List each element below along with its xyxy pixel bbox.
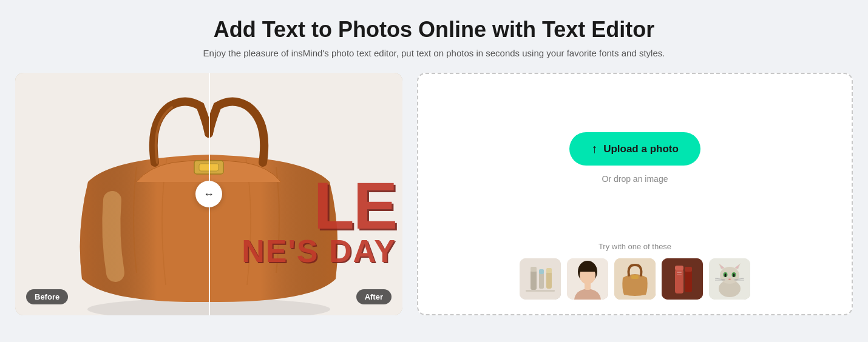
sample-thumb-cat[interactable] (709, 258, 750, 300)
sale-text-line2: NE'S DAY (242, 235, 396, 267)
upload-panel[interactable]: ↑ Upload a photo Or drop an image Try wi… (417, 73, 853, 315)
svg-rect-24 (685, 267, 692, 272)
page-title: Add Text to Photos Online with Text Edit… (203, 17, 665, 42)
sample-thumb-cosmetics[interactable] (520, 258, 561, 300)
page-subtitle: Enjoy the pleasure of insMind's photo te… (203, 48, 665, 58)
svg-rect-11 (526, 290, 555, 292)
before-badge: Before (26, 289, 68, 304)
upload-center: ↑ Upload a photo Or drop an image (569, 74, 700, 242)
svg-rect-8 (539, 269, 544, 274)
header-section: Add Text to Photos Online with Text Edit… (203, 17, 665, 58)
svg-rect-22 (677, 274, 682, 275)
svg-rect-23 (685, 270, 692, 292)
drop-label: Or drop an image (602, 174, 668, 184)
resize-icon: ↔ (203, 188, 214, 201)
svg-rect-6 (531, 267, 537, 272)
svg-rect-20 (675, 266, 683, 270)
svg-point-27 (720, 267, 739, 284)
after-badge: After (356, 289, 392, 304)
svg-rect-10 (546, 268, 552, 273)
content-row: LE NE'S DAY ↔ Before After ↑ Upload a ph… (15, 73, 853, 315)
svg-point-31 (733, 273, 735, 277)
sample-images (520, 258, 750, 300)
svg-rect-15 (585, 283, 591, 290)
upload-icon: ↑ (591, 142, 597, 156)
sample-thumb-handbag[interactable] (614, 258, 656, 300)
try-label: Try with one of these (598, 242, 671, 251)
svg-rect-7 (539, 273, 544, 289)
sample-thumb-portrait[interactable] (567, 258, 608, 300)
sample-thumb-perfume[interactable] (662, 258, 703, 300)
svg-rect-9 (546, 272, 552, 289)
svg-rect-21 (677, 272, 682, 273)
page-wrapper: Add Text to Photos Online with Text Edit… (0, 0, 868, 342)
try-section: Try with one of these (430, 242, 839, 300)
upload-button[interactable]: ↑ Upload a photo (569, 132, 700, 166)
before-after-panel[interactable]: LE NE'S DAY ↔ Before After (15, 73, 402, 315)
sale-text-overlay: LE NE'S DAY (242, 175, 396, 267)
svg-rect-17 (631, 275, 639, 279)
sale-text-line1: LE (242, 175, 396, 235)
upload-button-label: Upload a photo (603, 143, 679, 155)
drag-handle[interactable]: ↔ (195, 181, 222, 207)
svg-point-30 (725, 273, 727, 277)
svg-rect-5 (531, 270, 537, 290)
